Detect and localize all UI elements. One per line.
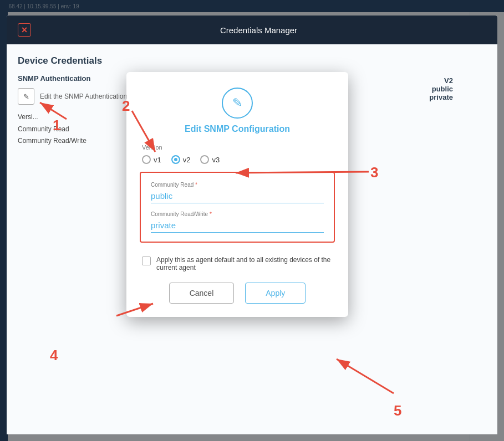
radio-v1[interactable]: v1 <box>142 155 161 164</box>
radio-v3-label: v3 <box>212 156 220 164</box>
close-button[interactable]: × <box>18 23 31 37</box>
version-section: Version v1 v2 v3 <box>126 144 348 164</box>
community-read-label: Community Read * <box>151 182 324 188</box>
community-rw-group: Community Read/Write * <box>151 211 324 233</box>
community-rw-input[interactable] <box>151 219 324 233</box>
snmp-version-label: Versi... <box>18 113 38 121</box>
version-label: Version <box>142 144 333 151</box>
community-read-input[interactable] <box>151 190 324 203</box>
checkbox-row: Apply this as agent default and to all e… <box>126 250 348 277</box>
community-rw-required: * <box>210 211 212 217</box>
public-label: public <box>429 85 453 93</box>
dialog-icon-container: ✎ <box>126 88 348 119</box>
credentials-modal-header: × Credentials Manager <box>7 16 497 44</box>
radio-v1-label: v1 <box>154 156 161 164</box>
community-rw-label: Community Read/Write * <box>151 211 324 217</box>
radio-v3[interactable]: v3 <box>200 155 220 164</box>
radio-group: v1 v2 v3 <box>142 155 333 164</box>
private-label: private <box>429 93 453 101</box>
community-read-required: * <box>195 182 197 188</box>
fields-section: Community Read * Community Read/Write * <box>140 172 335 243</box>
radio-v3-circle <box>200 155 209 164</box>
dialog-buttons: Cancel Apply <box>126 277 348 304</box>
snmp-community-read-label: Community Read <box>18 125 69 133</box>
snmp-edit-icon-button[interactable]: ✎ <box>18 88 34 105</box>
device-credentials-title: Device Credentials <box>18 55 486 66</box>
apply-button[interactable]: Apply <box>245 283 306 304</box>
snmp-edit-text: Edit the SNMP Authentication... <box>40 93 133 100</box>
radio-v2[interactable]: v2 <box>171 155 191 164</box>
agent-default-checkbox[interactable] <box>142 257 151 265</box>
snmp-community-rw-label: Community Read/Write <box>18 137 86 145</box>
pencil-icon-circle: ✎ <box>222 88 253 119</box>
checkbox-label: Apply this as agent default and to all e… <box>156 256 333 271</box>
modal-title: Credentials Manager <box>31 25 486 35</box>
radio-v2-circle <box>171 155 180 164</box>
radio-v2-label: v2 <box>183 156 191 164</box>
pencil-icon: ✎ <box>232 96 242 110</box>
v2-label: V2 <box>429 76 453 85</box>
community-read-group: Community Read * <box>151 182 324 203</box>
edit-snmp-dialog: ✎ Edit SNMP Configuration Version v1 v2 … <box>126 72 348 317</box>
cancel-button[interactable]: Cancel <box>169 283 235 304</box>
right-values: V2 public private <box>429 76 453 101</box>
edit-snmp-title: Edit SNMP Configuration <box>126 124 348 134</box>
radio-v1-circle <box>142 155 151 164</box>
